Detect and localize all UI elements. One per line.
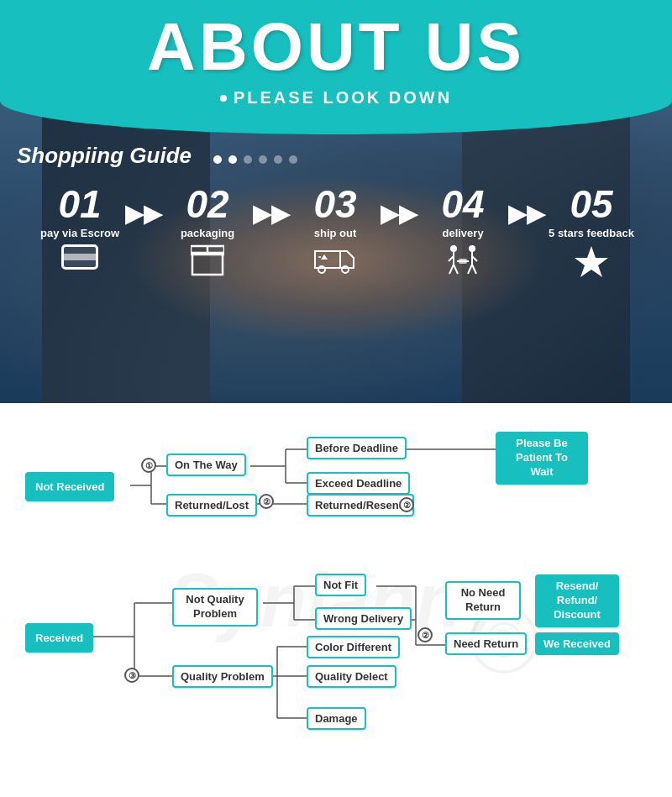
- node-no-need-return: No Need Return: [445, 581, 521, 620]
- step-arrow-1: ▶▶: [122, 193, 165, 228]
- circle-2b: ②: [259, 494, 274, 509]
- step-1-label: pay via Escrow: [40, 227, 119, 239]
- step-1: 01 pay via Escrow: [38, 185, 122, 270]
- node-please-patient: Please Be Patient To Wait: [496, 432, 588, 485]
- step-2-label: packaging: [181, 227, 234, 239]
- flowchart: Not Received ① On The Way Before Deadlin…: [17, 420, 655, 781]
- step-2-number: 02: [186, 185, 228, 223]
- svg-marker-4: [340, 251, 354, 268]
- node-wrong-delivery: Wrong Delivery: [315, 607, 412, 630]
- page-title: ABOUT US: [0, 8, 672, 86]
- node-not-quality-problem: Not Quality Problem: [172, 588, 258, 627]
- circle-2c: ②: [417, 627, 433, 642]
- step-3-icon: [313, 244, 357, 281]
- step-5: 05 5 stars feedback: [549, 185, 634, 286]
- step-4: 04 delivery: [421, 185, 505, 284]
- guide-dot-4: [259, 155, 267, 164]
- svg-line-18: [472, 265, 476, 274]
- step-3-label: ship out: [314, 227, 357, 239]
- shopping-guide: Shoppiing Guide: [17, 143, 297, 176]
- guide-dot-6: [289, 155, 297, 164]
- step-arrow-3: ▶▶: [377, 193, 421, 228]
- step-5-number: 05: [570, 185, 612, 223]
- bottom-section: Synianny ®: [0, 403, 672, 797]
- svg-marker-21: [575, 246, 608, 277]
- subtitle-text: PLEASE LOOK DOWN: [234, 88, 452, 107]
- guide-title: Shoppiing Guide: [17, 143, 192, 169]
- guide-dot-5: [274, 155, 282, 164]
- step-3: 03 ship out: [293, 185, 377, 281]
- node-quality-problem: Quality Problem: [172, 665, 273, 688]
- guide-dot-1: [213, 155, 222, 164]
- node-not-fit: Not Fit: [315, 574, 366, 596]
- circle-3: ③: [124, 668, 139, 683]
- svg-rect-20: [459, 259, 467, 264]
- step-1-icon: [61, 244, 98, 270]
- node-returned-resend: Returned/Resend: [307, 494, 414, 516]
- step-4-icon: [442, 244, 484, 284]
- step-4-label: delivery: [442, 227, 483, 239]
- svg-line-17: [468, 265, 472, 274]
- step-5-label: 5 stars feedback: [549, 227, 634, 239]
- node-received: Received: [25, 623, 93, 653]
- node-on-the-way: On The Way: [166, 454, 246, 476]
- node-we-received: We Received: [535, 632, 619, 655]
- circle-1: ①: [141, 458, 156, 473]
- top-section: ABOUT US PLEASE LOOK DOWN Shoppiing Guid…: [0, 0, 672, 403]
- steps-row: 01 pay via Escrow ▶▶ 02 packaging ▶▶ 03 …: [0, 185, 672, 286]
- node-damage: Damage: [307, 707, 366, 730]
- node-need-return: Need Return: [445, 632, 527, 655]
- bullet-dot: [220, 95, 227, 102]
- step-3-number: 03: [313, 185, 356, 223]
- step-arrow-2: ▶▶: [249, 193, 293, 228]
- svg-rect-0: [192, 253, 223, 275]
- step-5-icon: [573, 244, 610, 286]
- guide-dot-3: [244, 155, 252, 164]
- svg-line-13: [454, 265, 458, 274]
- circle-2a: ②: [399, 497, 414, 512]
- svg-line-12: [449, 265, 454, 274]
- step-4-number: 04: [441, 185, 484, 223]
- step-2-icon: [191, 244, 224, 282]
- subtitle-row: PLEASE LOOK DOWN: [0, 88, 672, 107]
- node-not-received: Not Received: [25, 472, 114, 501]
- svg-marker-7: [321, 254, 328, 260]
- step-1-number: 01: [58, 185, 101, 223]
- step-2: 02 packaging: [165, 185, 249, 282]
- svg-point-14: [469, 245, 475, 252]
- node-resend-refund: Resend/ Refund/ Discount: [535, 574, 619, 627]
- step-arrow-4: ▶▶: [505, 193, 549, 228]
- node-exceed-deadline: Exceed Deadline: [307, 472, 410, 495]
- svg-point-9: [450, 245, 457, 252]
- node-color-different: Color Different: [307, 636, 400, 658]
- node-quality-defect: Quality Delect: [307, 665, 396, 688]
- node-returned-lost: Returned/Lost: [166, 494, 257, 516]
- guide-dot-2: [228, 155, 237, 164]
- node-before-deadline: Before Deadline: [307, 437, 407, 459]
